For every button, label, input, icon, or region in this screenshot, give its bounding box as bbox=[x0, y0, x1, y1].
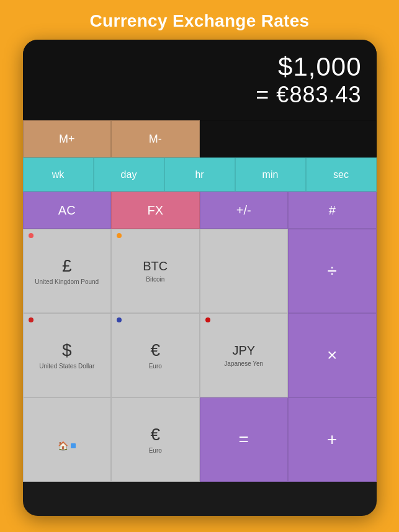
display-converted: = €883.43 bbox=[256, 82, 361, 108]
gbp-button[interactable]: £ United Kingdom Pound bbox=[23, 229, 112, 313]
jpy-label: Japanese Yen bbox=[224, 360, 263, 368]
gbp-symbol: £ bbox=[62, 256, 72, 276]
ac-button[interactable]: AC bbox=[23, 192, 112, 229]
main-grid: £ United Kingdom Pound BTC Bitcoin ÷ $ U… bbox=[23, 229, 377, 482]
btc-button[interactable]: BTC Bitcoin bbox=[111, 229, 200, 313]
btc-symbol: BTC bbox=[143, 259, 168, 273]
plus-button[interactable]: + bbox=[288, 397, 377, 482]
display-area: $1,000 = €883.43 bbox=[23, 40, 377, 120]
eur-button[interactable]: € Euro bbox=[111, 313, 200, 397]
eur-symbol: € bbox=[150, 340, 160, 360]
divide-button[interactable]: ÷ bbox=[288, 229, 377, 313]
second-button[interactable]: sec bbox=[306, 157, 377, 192]
usd-button[interactable]: $ United States Dollar bbox=[23, 313, 112, 397]
tablet-frame: $1,000 = €883.43 M+ M- wk day hr min sec… bbox=[23, 40, 377, 516]
btc-label: Bitcoin bbox=[146, 276, 164, 283]
eur2-symbol: € bbox=[150, 425, 160, 445]
eur2-label: Euro bbox=[149, 447, 162, 454]
minute-button[interactable]: min bbox=[235, 157, 306, 192]
page-title: Currency Exchange Rates bbox=[90, 0, 310, 40]
memory-minus-button[interactable]: M- bbox=[111, 120, 200, 157]
multiply-button[interactable]: × bbox=[288, 313, 377, 397]
plus-minus-button[interactable]: +/- bbox=[200, 192, 289, 229]
btc-flag-dot bbox=[117, 233, 122, 238]
jpy-symbol: JPY bbox=[232, 344, 255, 358]
usd-label: United States Dollar bbox=[39, 363, 94, 370]
eur-flag-dot bbox=[117, 317, 122, 322]
jpy-flag-dot bbox=[205, 317, 210, 322]
indicator-icon bbox=[71, 443, 76, 448]
hour-button[interactable]: hr bbox=[164, 157, 235, 192]
gbp-flag-dot bbox=[29, 233, 34, 238]
gbp-label: United Kingdom Pound bbox=[35, 278, 99, 286]
hash-button[interactable]: # bbox=[288, 192, 377, 229]
time-row: wk day hr min sec bbox=[23, 157, 377, 192]
usd-symbol: $ bbox=[62, 340, 72, 360]
day-button[interactable]: day bbox=[94, 157, 164, 192]
empty-space bbox=[200, 120, 377, 157]
equals-button[interactable]: = bbox=[200, 397, 289, 482]
empty-cell-2: 🏠 bbox=[23, 397, 112, 482]
empty-cell-1 bbox=[200, 229, 289, 313]
memory-plus-button[interactable]: M+ bbox=[23, 120, 112, 157]
memory-row: M+ M- bbox=[23, 120, 377, 157]
jpy-button[interactable]: JPY Japanese Yen bbox=[200, 313, 289, 397]
eur2-button[interactable]: € Euro bbox=[111, 397, 200, 482]
home-icon: 🏠 bbox=[58, 441, 68, 451]
function-row: AC FX +/- # bbox=[23, 192, 377, 229]
eur-label: Euro bbox=[149, 363, 162, 370]
display-amount: $1,000 bbox=[278, 52, 361, 82]
fx-button[interactable]: FX bbox=[111, 192, 200, 229]
week-button[interactable]: wk bbox=[23, 157, 94, 192]
usd-flag-dot bbox=[29, 317, 34, 322]
